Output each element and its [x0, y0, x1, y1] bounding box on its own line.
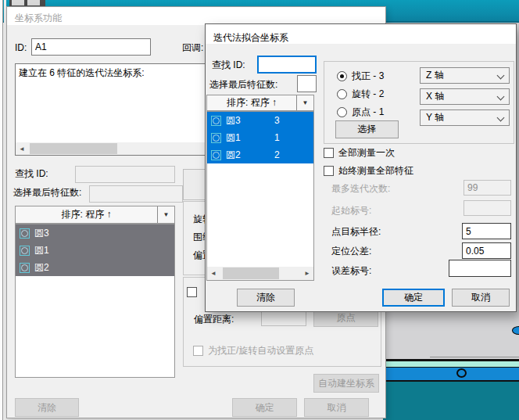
- covered-checkbox[interactable]: [187, 287, 197, 297]
- point-target-radius-label: 点目标半径:: [331, 226, 381, 238]
- axis-value: Z 轴: [426, 69, 444, 82]
- feature-order: 3: [274, 115, 280, 126]
- select-last-features-label: 选择最后特征数:: [209, 79, 277, 91]
- level-axis-dropdown[interactable]: Z 轴: [420, 67, 510, 84]
- window-fragment-topleft: [9, 0, 45, 6]
- error-label-label: 误差标号:: [331, 265, 371, 277]
- offset-distance-label: 偏置距离:: [194, 314, 234, 325]
- feature-list[interactable]: 圆3 圆1 圆2: [15, 224, 175, 378]
- list-item[interactable]: 圆1 1: [207, 129, 313, 146]
- measure-all-checkbox-label: 始终测量全部特征: [338, 165, 413, 177]
- rotate-radio[interactable]: [337, 89, 347, 99]
- feature-name: 圆2: [34, 261, 49, 275]
- find-id-label: 查找 ID:: [212, 59, 245, 71]
- sort-dropdown-caret-icon[interactable]: ▼: [296, 95, 313, 110]
- part-dark-teal-face: [383, 382, 519, 420]
- list-item[interactable]: 圆2: [16, 259, 174, 276]
- list-item[interactable]: 圆2 2: [207, 146, 313, 163]
- part-small-boss: [512, 326, 519, 335]
- dialog-title-bar[interactable]: 迭代法拟合坐标系: [206, 24, 516, 44]
- feature-name: 圆1: [34, 244, 49, 257]
- origin-radio-label: 原点 - 1: [352, 106, 384, 118]
- clear-button[interactable]: 清除: [237, 289, 295, 307]
- rotate-radio-label: 旋转 - 2: [352, 88, 384, 100]
- feature-list[interactable]: 圆3 3 圆1 1 圆2 2 ◄ ►: [206, 111, 314, 281]
- point-target-radius-input[interactable]: [462, 223, 511, 239]
- axis-value: Y 轴: [426, 111, 444, 124]
- scrollbar-thumb[interactable]: [223, 267, 279, 279]
- origin-axis-dropdown[interactable]: Y 轴: [420, 109, 510, 126]
- circle-feature-icon: [20, 263, 30, 273]
- positioning-tolerance-label: 定位公差:: [331, 246, 371, 257]
- select-last-features-input[interactable]: [89, 185, 183, 203]
- select-button[interactable]: 选择: [335, 120, 399, 138]
- circle-feature-icon: [20, 228, 30, 239]
- measure-once-checkbox-label: 全部测量一次: [338, 147, 395, 159]
- scroll-left-icon[interactable]: ◄: [16, 142, 28, 155]
- list-item[interactable]: 圆1: [16, 242, 174, 259]
- sort-header-label: 排序: 程序 ↑: [16, 206, 157, 223]
- start-label-label: 起始标号:: [331, 205, 371, 217]
- find-id-input[interactable]: [257, 56, 317, 74]
- list-horizontal-scrollbar[interactable]: ◄ ►: [207, 267, 313, 280]
- circle-feature-icon: [211, 116, 221, 126]
- axis-value: X 轴: [426, 90, 444, 103]
- cancel-button[interactable]: 取消: [452, 289, 510, 307]
- chevron-down-icon: [497, 114, 505, 122]
- origin-radio[interactable]: [337, 107, 347, 117]
- circle-feature-icon: [211, 133, 221, 143]
- screen: { "icons": { "dropdown_caret": "▼", "scr…: [0, 0, 519, 420]
- error-label-input[interactable]: [449, 260, 511, 277]
- max-iterations-input[interactable]: [464, 180, 511, 196]
- find-id-label: 查找 ID:: [15, 168, 48, 180]
- cancel-button[interactable]: 取消: [304, 398, 369, 417]
- part-hole-circle: [456, 368, 467, 378]
- scroll-right-icon[interactable]: ►: [301, 267, 313, 280]
- circle-feature-icon: [211, 150, 221, 160]
- circle-feature-icon: [20, 246, 30, 256]
- sort-dropdown-caret-icon[interactable]: ▼: [157, 206, 174, 223]
- window-edge-left: [0, 0, 3, 420]
- feature-name: 圆2: [226, 149, 241, 162]
- feature-order: 2: [274, 149, 280, 160]
- rotate-axis-dropdown[interactable]: X 轴: [420, 88, 510, 105]
- alignment-command-text: 建立在 6 特征的迭代法坐标系:: [19, 66, 145, 80]
- iterative-alignment-dialog: 迭代法拟合坐标系 查找 ID: 选择最后特征数: 排序: 程序 ↑ ▼ 圆3 3…: [205, 23, 517, 312]
- sort-header-button[interactable]: 排序: 程序 ↑ ▼: [15, 206, 175, 224]
- measure-all-checkbox[interactable]: [324, 166, 334, 176]
- dialog-title: 迭代法拟合坐标系: [213, 31, 288, 45]
- select-last-features-label: 选择最后特征数:: [13, 187, 81, 199]
- dialog-title: 坐标系功能: [15, 12, 62, 25]
- chevron-down-icon: [497, 93, 505, 101]
- scrollbar-thumb[interactable]: [30, 143, 117, 154]
- feature-name: 圆3: [34, 227, 49, 240]
- list-item[interactable]: 圆3: [16, 224, 174, 242]
- fragment-tab: [27, 0, 40, 5]
- auto-origin-checkbox[interactable]: [193, 346, 203, 356]
- dialog-title-bar[interactable]: 坐标系功能: [7, 7, 385, 25]
- start-label-input[interactable]: [464, 200, 511, 216]
- sort-header-button[interactable]: 排序: 程序 ↑ ▼: [206, 95, 314, 111]
- scrollbar-track[interactable]: [220, 267, 301, 280]
- scroll-left-icon[interactable]: ◄: [207, 267, 220, 280]
- sort-header-label: 排序: 程序 ↑: [207, 95, 296, 110]
- auto-build-alignment-button[interactable]: 自动建坐标系: [313, 374, 379, 393]
- level-radio[interactable]: [337, 71, 347, 81]
- select-last-features-input[interactable]: [297, 75, 317, 92]
- positioning-tolerance-input[interactable]: [462, 242, 511, 259]
- measure-once-checkbox[interactable]: [324, 148, 334, 158]
- level-radio-label: 找正 - 3: [352, 70, 384, 82]
- feature-order: 1: [274, 132, 280, 143]
- find-id-input[interactable]: [75, 166, 175, 183]
- clear-button[interactable]: 清除: [15, 398, 79, 417]
- id-label: ID:: [15, 42, 27, 54]
- ok-button[interactable]: 确定: [232, 398, 297, 417]
- max-iterations-label: 最多迭代次数:: [331, 183, 390, 195]
- id-input[interactable]: [31, 38, 151, 56]
- list-item[interactable]: 圆3 3: [207, 112, 313, 129]
- part-cyan-stripe: [383, 361, 519, 367]
- fragment-tab: [12, 0, 24, 5]
- offset-distance-input[interactable]: [261, 310, 306, 326]
- ok-button[interactable]: 确定: [382, 289, 445, 307]
- feature-name: 圆3: [226, 114, 241, 127]
